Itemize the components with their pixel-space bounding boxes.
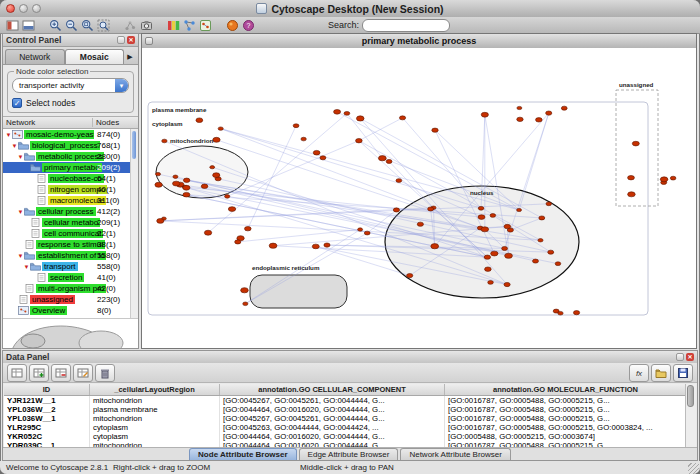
export-table-icon[interactable] (673, 364, 693, 382)
network-node[interactable] (218, 127, 223, 130)
network-node[interactable] (432, 128, 438, 132)
network-node[interactable] (670, 176, 676, 180)
zoom-selected-icon[interactable] (80, 18, 95, 32)
first-neighbors-icon[interactable] (123, 18, 138, 32)
network-node[interactable] (536, 118, 543, 122)
cytopanel-south-icon[interactable] (21, 18, 36, 32)
tab-edge-attribute-browser[interactable]: Edge Attribute Browser (299, 448, 399, 460)
network-node[interactable] (358, 228, 363, 231)
network-node[interactable] (201, 184, 208, 188)
network-node[interactable] (356, 138, 363, 142)
select-nodes-checkbox[interactable]: ✓ (12, 98, 22, 108)
tree-item[interactable]: primary metabo209(2) (3, 162, 138, 173)
network-node[interactable] (183, 192, 190, 197)
table-scrollbar-thumb[interactable] (687, 385, 694, 407)
network-node[interactable] (407, 274, 413, 278)
network-node[interactable] (364, 231, 370, 235)
network-node[interactable] (490, 214, 496, 218)
tree-item[interactable]: ▼biological_process768(1) (3, 140, 138, 151)
network-node[interactable] (532, 259, 538, 263)
network-node[interactable] (478, 206, 484, 210)
network-node[interactable] (546, 202, 552, 206)
network-node[interactable] (428, 207, 434, 211)
network-node[interactable] (344, 111, 350, 115)
tree-item[interactable]: nitrogen compo40(1) (3, 184, 138, 195)
network-node[interactable] (478, 215, 485, 220)
expand-arrow-icon[interactable]: ▼ (17, 253, 24, 259)
tab-network-attribute-browser[interactable]: Network Attribute Browser (400, 448, 510, 460)
tab-node-attribute-browser[interactable]: Node Attribute Browser (189, 448, 297, 460)
network-node[interactable] (320, 156, 326, 160)
tree-item[interactable]: macromolecule311(0) (3, 195, 138, 206)
network-node[interactable] (356, 116, 364, 121)
float-panel-icon[interactable] (117, 36, 125, 44)
network-node[interactable] (548, 250, 554, 254)
network-node[interactable] (538, 239, 543, 242)
cytopanel-west-icon[interactable] (5, 18, 20, 32)
attribute-delete-icon[interactable] (51, 364, 71, 382)
zoom-fit-icon[interactable] (96, 18, 111, 32)
network-node[interactable] (301, 137, 306, 141)
expand-arrow-icon[interactable]: ▼ (11, 143, 18, 149)
table-row[interactable]: YPL036W__2plasma membrane[GO:0044464, GO… (4, 405, 686, 414)
network-node[interactable] (504, 282, 510, 286)
network-node[interactable] (558, 311, 563, 315)
tree-item[interactable]: cell communicat22(1) (3, 228, 138, 239)
network-node[interactable] (313, 150, 320, 155)
import-table-icon[interactable] (651, 364, 671, 382)
tab-network[interactable]: Network (5, 49, 65, 64)
tree-scrollbar-thumb[interactable] (132, 131, 136, 159)
tab-overflow-arrow-icon[interactable]: ▶ (124, 50, 136, 64)
network-node[interactable] (485, 267, 492, 271)
network-node[interactable] (334, 110, 341, 115)
network-node[interactable] (628, 192, 636, 197)
network-node[interactable] (555, 262, 561, 266)
network-node[interactable] (235, 240, 241, 244)
network-node[interactable] (183, 185, 190, 190)
network-node[interactable] (396, 179, 402, 183)
window-resize-grip[interactable] (688, 463, 699, 474)
network-node[interactable] (155, 172, 160, 175)
float-panel-icon[interactable] (676, 353, 684, 361)
column-header[interactable]: ID (4, 384, 90, 395)
zoom-out-icon[interactable] (64, 18, 79, 32)
network-node[interactable] (504, 224, 511, 228)
attribute-select-icon[interactable] (7, 364, 27, 382)
network-node[interactable] (173, 181, 180, 186)
network-node[interactable] (517, 208, 522, 211)
network-node[interactable] (245, 226, 252, 230)
network-node[interactable] (517, 117, 523, 121)
network-node[interactable] (243, 302, 248, 306)
network-node[interactable] (488, 280, 494, 284)
expand-arrow-icon[interactable]: ▼ (23, 264, 30, 270)
network-node[interactable] (502, 246, 508, 250)
tree-item[interactable]: unassigned223(0) (3, 294, 138, 305)
network-node[interactable] (293, 124, 299, 128)
tree-item[interactable]: nucleobase-co64(1) (3, 173, 138, 184)
tree-item[interactable]: ▼transport558(0) (3, 261, 138, 272)
snapshot-icon[interactable] (139, 18, 154, 32)
network-node[interactable] (517, 106, 522, 109)
network-node[interactable] (312, 244, 319, 249)
tab-mosaic[interactable]: Mosaic (65, 49, 125, 64)
network-node[interactable] (378, 156, 386, 161)
network-window-icon[interactable] (145, 37, 153, 45)
tree-item[interactable]: ▼establishment of lo558(0) (3, 250, 138, 261)
network-node[interactable] (491, 251, 498, 256)
network-node[interactable] (386, 159, 392, 163)
network-node[interactable] (393, 208, 399, 212)
network-node[interactable] (660, 177, 668, 182)
network-node[interactable] (196, 118, 203, 123)
search-input[interactable] (362, 19, 450, 32)
network-node[interactable] (628, 175, 635, 179)
trash-icon[interactable] (95, 364, 115, 382)
network-node[interactable] (155, 182, 162, 187)
network-node[interactable] (417, 222, 423, 226)
network-node[interactable] (210, 166, 215, 169)
tree-item[interactable]: response to stimul38(1) (3, 239, 138, 250)
network-node[interactable] (173, 175, 178, 178)
table-row[interactable]: YPL036W__1mitochondrion[GO:0045267, GO:0… (4, 414, 686, 423)
column-header[interactable]: annotation.GO MOLECULAR_FUNCTION (445, 384, 686, 395)
network-node[interactable] (183, 178, 189, 182)
tree-scrollbar[interactable] (130, 129, 138, 318)
